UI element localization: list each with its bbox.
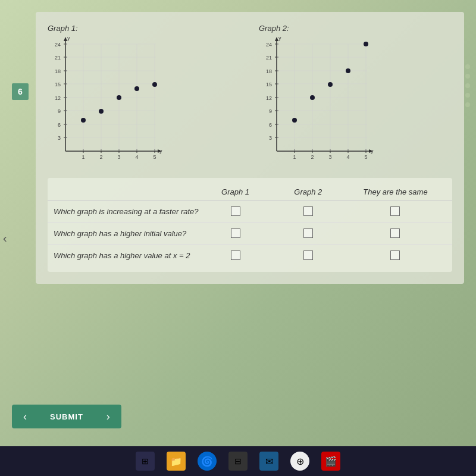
graph2-area: 3 6 9 12 15 18 21 24	[259, 35, 378, 166]
graph1-area: 3 6 9 12 15 18 21 24	[48, 35, 167, 166]
graphs-row: Graph 1: 3	[48, 24, 452, 166]
graph1-option-initial	[199, 228, 271, 238]
svg-text:y: y	[67, 35, 70, 41]
taskbar-icon-camera[interactable]: 🎬	[321, 452, 340, 471]
decorative-dots	[465, 60, 470, 112]
graph1-container: Graph 1: 3	[48, 24, 241, 166]
taskbar-icon-edge[interactable]: 🌀	[198, 452, 217, 471]
svg-point-45	[81, 118, 86, 123]
svg-point-46	[99, 109, 104, 114]
checkbox-graph2-initial[interactable]	[303, 228, 313, 238]
svg-text:21: 21	[266, 55, 272, 61]
question-x2-value: Which graph has a higher value at x = 2	[54, 251, 199, 260]
taskbar-icon-mail[interactable]: ✉	[259, 452, 278, 471]
svg-text:6: 6	[58, 122, 61, 128]
graph1-col-header: Graph 1	[199, 187, 271, 196]
graph2-container: Graph 2: 3 6 9	[259, 24, 452, 166]
graph2-col-header: Graph 2	[272, 187, 345, 196]
svg-text:3: 3	[269, 135, 272, 141]
svg-text:4: 4	[135, 154, 138, 160]
taskbar-icon-chrome[interactable]: ⊕	[290, 452, 309, 471]
svg-text:21: 21	[55, 55, 61, 61]
checkbox-same-x2[interactable]	[390, 250, 400, 260]
svg-text:y: y	[371, 148, 374, 154]
svg-text:3: 3	[328, 154, 331, 160]
main-content: Graph 1: 3	[36, 12, 464, 284]
checkbox-graph1-faster-rate[interactable]	[231, 206, 240, 216]
table-row: Which graph is increasing at a faster ra…	[48, 201, 452, 223]
bottom-navigation: ‹ SUBMIT ›	[12, 405, 121, 428]
right-arrow-icon: ›	[107, 411, 110, 423]
svg-point-96	[310, 95, 315, 100]
same-option-faster-rate	[345, 206, 446, 216]
svg-text:9: 9	[58, 108, 61, 114]
back-arrow[interactable]: ‹	[3, 231, 7, 245]
same-col-header: They are the same	[345, 187, 446, 196]
svg-text:15: 15	[55, 82, 61, 87]
table-row: Which graph has a higher initial value?	[48, 223, 452, 245]
next-button[interactable]: ›	[95, 405, 121, 428]
same-option-initial	[345, 228, 446, 238]
svg-text:9: 9	[269, 108, 272, 114]
svg-text:y: y	[278, 35, 281, 41]
question-number-badge: 6	[12, 83, 29, 100]
svg-text:12: 12	[55, 95, 61, 101]
graph1-title: Graph 1:	[48, 24, 241, 33]
graph1-option-x2	[199, 250, 271, 260]
svg-point-97	[328, 82, 333, 87]
graph1-svg: 3 6 9 12 15 18 21 24	[48, 35, 167, 166]
checkbox-graph2-x2[interactable]	[303, 250, 313, 260]
svg-text:2: 2	[311, 154, 314, 160]
checkbox-same-faster-rate[interactable]	[390, 206, 400, 216]
svg-text:4: 4	[346, 154, 349, 160]
graph2-option-x2	[272, 250, 345, 260]
svg-point-48	[134, 86, 139, 91]
question-initial-value: Which graph has a higher initial value?	[54, 229, 199, 238]
svg-text:1: 1	[293, 154, 296, 160]
checkbox-graph2-faster-rate[interactable]	[303, 206, 313, 216]
question-faster-rate: Which graph is increasing at a faster ra…	[54, 207, 199, 216]
svg-text:18: 18	[55, 68, 61, 74]
table-header-row: Graph 1 Graph 2 They are the same	[48, 184, 452, 201]
svg-point-49	[152, 82, 157, 87]
svg-text:5: 5	[153, 154, 156, 160]
svg-text:2: 2	[99, 154, 102, 160]
graph2-option-faster-rate	[272, 206, 345, 216]
checkbox-same-initial[interactable]	[390, 228, 400, 238]
svg-text:12: 12	[266, 95, 272, 101]
svg-point-95	[292, 118, 297, 123]
svg-text:15: 15	[266, 82, 272, 87]
svg-text:1: 1	[82, 154, 84, 160]
graph2-title: Graph 2:	[259, 24, 452, 33]
left-arrow-icon: ‹	[23, 411, 27, 423]
svg-point-98	[346, 68, 350, 73]
submit-button[interactable]: SUBMIT	[38, 405, 95, 428]
svg-text:3: 3	[117, 154, 120, 160]
comparison-table: Graph 1 Graph 2 They are the same Which …	[48, 178, 452, 272]
checkbox-graph1-x2[interactable]	[231, 250, 240, 260]
taskbar-icon-files[interactable]: 📁	[167, 452, 186, 471]
graph1-option-faster-rate	[199, 206, 271, 216]
graph2-svg: 3 6 9 12 15 18 21 24	[259, 35, 378, 166]
table-row: Which graph has a higher value at x = 2	[48, 245, 452, 266]
svg-point-99	[364, 42, 368, 46]
svg-text:y: y	[159, 148, 162, 154]
taskbar: ⊞ 📁 🌀 ⊟ ✉ ⊕ 🎬	[0, 446, 476, 476]
same-option-x2	[345, 250, 446, 260]
checkbox-graph1-initial[interactable]	[231, 228, 240, 238]
graph2-option-initial	[272, 228, 345, 238]
svg-text:18: 18	[266, 68, 272, 74]
svg-text:3: 3	[58, 135, 61, 141]
svg-text:24: 24	[55, 42, 61, 48]
svg-text:5: 5	[364, 154, 367, 160]
svg-text:6: 6	[269, 122, 272, 128]
taskbar-icon-windows[interactable]: ⊞	[136, 452, 155, 471]
taskbar-icon-store[interactable]: ⊟	[228, 452, 248, 471]
svg-text:24: 24	[266, 42, 272, 48]
svg-point-47	[117, 95, 121, 100]
previous-button[interactable]: ‹	[12, 405, 38, 428]
